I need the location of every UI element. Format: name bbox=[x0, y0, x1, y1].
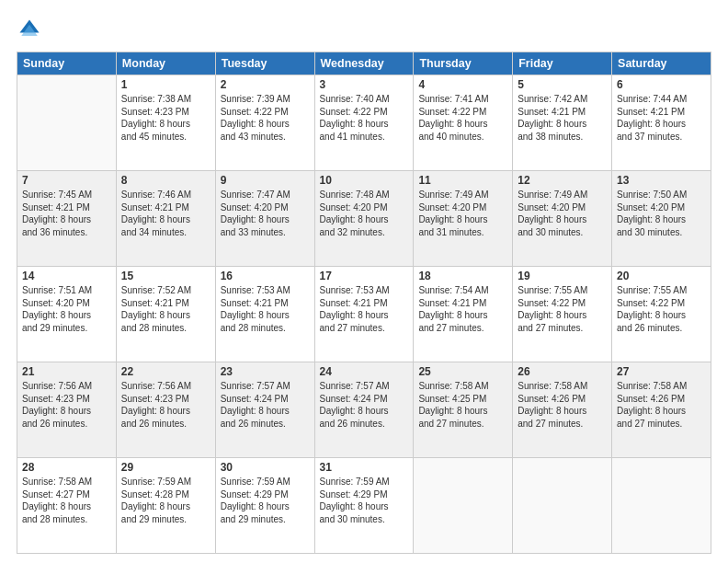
calendar-cell bbox=[612, 458, 711, 554]
day-info: Sunrise: 7:44 AMSunset: 4:21 PMDaylight:… bbox=[617, 93, 706, 143]
day-number: 17 bbox=[320, 270, 409, 282]
day-info: Sunrise: 7:58 AMSunset: 4:27 PMDaylight:… bbox=[22, 476, 111, 525]
calendar-cell: 4Sunrise: 7:41 AMSunset: 4:22 PMDaylight… bbox=[414, 75, 513, 171]
day-number: 28 bbox=[22, 461, 111, 474]
day-number: 16 bbox=[221, 270, 310, 282]
week-row-4: 21Sunrise: 7:56 AMSunset: 4:23 PMDayligh… bbox=[17, 362, 711, 458]
calendar-cell: 6Sunrise: 7:44 AMSunset: 4:21 PMDaylight… bbox=[612, 75, 711, 171]
day-info: Sunrise: 7:53 AMSunset: 4:21 PMDaylight:… bbox=[221, 284, 310, 334]
day-info: Sunrise: 7:48 AMSunset: 4:20 PMDaylight:… bbox=[320, 189, 409, 238]
logo-icon bbox=[17, 17, 42, 42]
day-number: 20 bbox=[617, 270, 706, 282]
day-info: Sunrise: 7:39 AMSunset: 4:22 PMDaylight:… bbox=[221, 93, 310, 143]
day-number: 23 bbox=[221, 365, 310, 378]
day-info: Sunrise: 7:49 AMSunset: 4:20 PMDaylight:… bbox=[418, 189, 507, 238]
day-number: 21 bbox=[22, 365, 111, 378]
calendar-cell: 15Sunrise: 7:52 AMSunset: 4:21 PMDayligh… bbox=[116, 267, 215, 362]
day-number: 24 bbox=[320, 365, 409, 378]
calendar-cell: 9Sunrise: 7:47 AMSunset: 4:20 PMDaylight… bbox=[215, 171, 314, 267]
day-info: Sunrise: 7:56 AMSunset: 4:23 PMDaylight:… bbox=[22, 380, 111, 430]
calendar-cell bbox=[17, 75, 117, 171]
day-number: 7 bbox=[22, 174, 111, 187]
calendar-cell: 17Sunrise: 7:53 AMSunset: 4:21 PMDayligh… bbox=[314, 267, 414, 362]
day-info: Sunrise: 7:52 AMSunset: 4:21 PMDaylight:… bbox=[121, 284, 210, 334]
calendar-cell: 11Sunrise: 7:49 AMSunset: 4:20 PMDayligh… bbox=[414, 171, 513, 267]
day-info: Sunrise: 7:57 AMSunset: 4:24 PMDaylight:… bbox=[221, 380, 310, 430]
day-info: Sunrise: 7:55 AMSunset: 4:22 PMDaylight:… bbox=[518, 284, 607, 334]
calendar-cell: 29Sunrise: 7:59 AMSunset: 4:28 PMDayligh… bbox=[116, 458, 215, 554]
weekday-header-friday: Friday bbox=[513, 52, 612, 75]
calendar-cell: 23Sunrise: 7:57 AMSunset: 4:24 PMDayligh… bbox=[215, 362, 314, 458]
logo bbox=[17, 17, 46, 42]
day-info: Sunrise: 7:55 AMSunset: 4:22 PMDaylight:… bbox=[617, 284, 706, 334]
day-number: 2 bbox=[221, 78, 310, 91]
calendar-cell: 16Sunrise: 7:53 AMSunset: 4:21 PMDayligh… bbox=[215, 267, 314, 362]
calendar-cell: 8Sunrise: 7:46 AMSunset: 4:21 PMDaylight… bbox=[116, 171, 215, 267]
calendar-cell: 28Sunrise: 7:58 AMSunset: 4:27 PMDayligh… bbox=[17, 458, 117, 554]
calendar-cell: 14Sunrise: 7:51 AMSunset: 4:20 PMDayligh… bbox=[17, 267, 117, 362]
weekday-header-row: SundayMondayTuesdayWednesdayThursdayFrid… bbox=[17, 52, 711, 75]
day-number: 4 bbox=[418, 78, 507, 91]
calendar-cell: 30Sunrise: 7:59 AMSunset: 4:29 PMDayligh… bbox=[215, 458, 314, 554]
day-number: 29 bbox=[121, 461, 210, 474]
weekday-header-wednesday: Wednesday bbox=[314, 52, 414, 75]
day-info: Sunrise: 7:47 AMSunset: 4:20 PMDaylight:… bbox=[221, 189, 310, 238]
day-number: 6 bbox=[617, 78, 706, 91]
day-number: 1 bbox=[121, 78, 210, 91]
day-info: Sunrise: 7:42 AMSunset: 4:21 PMDaylight:… bbox=[518, 93, 607, 143]
day-info: Sunrise: 7:59 AMSunset: 4:29 PMDaylight:… bbox=[221, 476, 310, 525]
weekday-header-monday: Monday bbox=[116, 52, 215, 75]
calendar-cell: 3Sunrise: 7:40 AMSunset: 4:22 PMDaylight… bbox=[314, 75, 414, 171]
day-number: 26 bbox=[518, 365, 607, 378]
day-info: Sunrise: 7:59 AMSunset: 4:28 PMDaylight:… bbox=[121, 476, 210, 525]
day-number: 13 bbox=[617, 174, 706, 187]
day-info: Sunrise: 7:50 AMSunset: 4:20 PMDaylight:… bbox=[617, 189, 706, 238]
calendar-cell bbox=[414, 458, 513, 554]
day-number: 25 bbox=[418, 365, 507, 378]
week-row-1: 1Sunrise: 7:38 AMSunset: 4:23 PMDaylight… bbox=[17, 75, 711, 171]
day-number: 27 bbox=[617, 365, 706, 378]
day-number: 19 bbox=[518, 270, 607, 282]
day-info: Sunrise: 7:51 AMSunset: 4:20 PMDaylight:… bbox=[22, 284, 111, 334]
day-info: Sunrise: 7:54 AMSunset: 4:21 PMDaylight:… bbox=[418, 284, 507, 334]
calendar-cell: 5Sunrise: 7:42 AMSunset: 4:21 PMDaylight… bbox=[513, 75, 612, 171]
calendar-cell: 21Sunrise: 7:56 AMSunset: 4:23 PMDayligh… bbox=[17, 362, 117, 458]
calendar-cell: 25Sunrise: 7:58 AMSunset: 4:25 PMDayligh… bbox=[414, 362, 513, 458]
day-number: 3 bbox=[320, 78, 409, 91]
header bbox=[17, 17, 711, 42]
day-number: 30 bbox=[221, 461, 310, 474]
day-info: Sunrise: 7:58 AMSunset: 4:25 PMDaylight:… bbox=[418, 380, 507, 430]
calendar-cell: 26Sunrise: 7:58 AMSunset: 4:26 PMDayligh… bbox=[513, 362, 612, 458]
day-number: 11 bbox=[418, 174, 507, 187]
calendar-table: SundayMondayTuesdayWednesdayThursdayFrid… bbox=[17, 52, 711, 554]
calendar-cell: 19Sunrise: 7:55 AMSunset: 4:22 PMDayligh… bbox=[513, 267, 612, 362]
day-info: Sunrise: 7:59 AMSunset: 4:29 PMDaylight:… bbox=[320, 476, 409, 525]
calendar-cell: 7Sunrise: 7:45 AMSunset: 4:21 PMDaylight… bbox=[17, 171, 117, 267]
calendar-cell: 13Sunrise: 7:50 AMSunset: 4:20 PMDayligh… bbox=[612, 171, 711, 267]
week-row-2: 7Sunrise: 7:45 AMSunset: 4:21 PMDaylight… bbox=[17, 171, 711, 267]
weekday-header-tuesday: Tuesday bbox=[215, 52, 314, 75]
week-row-5: 28Sunrise: 7:58 AMSunset: 4:27 PMDayligh… bbox=[17, 458, 711, 554]
day-info: Sunrise: 7:58 AMSunset: 4:26 PMDaylight:… bbox=[518, 380, 607, 430]
day-number: 14 bbox=[22, 270, 111, 282]
calendar-cell: 27Sunrise: 7:58 AMSunset: 4:26 PMDayligh… bbox=[612, 362, 711, 458]
day-info: Sunrise: 7:38 AMSunset: 4:23 PMDaylight:… bbox=[121, 93, 210, 143]
calendar-cell: 2Sunrise: 7:39 AMSunset: 4:22 PMDaylight… bbox=[215, 75, 314, 171]
day-number: 22 bbox=[121, 365, 210, 378]
day-info: Sunrise: 7:56 AMSunset: 4:23 PMDaylight:… bbox=[121, 380, 210, 430]
day-info: Sunrise: 7:58 AMSunset: 4:26 PMDaylight:… bbox=[617, 380, 706, 430]
calendar-cell: 20Sunrise: 7:55 AMSunset: 4:22 PMDayligh… bbox=[612, 267, 711, 362]
day-info: Sunrise: 7:57 AMSunset: 4:24 PMDaylight:… bbox=[320, 380, 409, 430]
weekday-header-thursday: Thursday bbox=[414, 52, 513, 75]
day-info: Sunrise: 7:45 AMSunset: 4:21 PMDaylight:… bbox=[22, 189, 111, 238]
day-number: 31 bbox=[320, 461, 409, 474]
day-number: 12 bbox=[518, 174, 607, 187]
day-number: 8 bbox=[121, 174, 210, 187]
day-info: Sunrise: 7:49 AMSunset: 4:20 PMDaylight:… bbox=[518, 189, 607, 238]
page: SundayMondayTuesdayWednesdayThursdayFrid… bbox=[0, 0, 728, 563]
day-number: 10 bbox=[320, 174, 409, 187]
calendar-cell: 10Sunrise: 7:48 AMSunset: 4:20 PMDayligh… bbox=[314, 171, 414, 267]
day-number: 18 bbox=[418, 270, 507, 282]
day-number: 5 bbox=[518, 78, 607, 91]
calendar-cell: 31Sunrise: 7:59 AMSunset: 4:29 PMDayligh… bbox=[314, 458, 414, 554]
